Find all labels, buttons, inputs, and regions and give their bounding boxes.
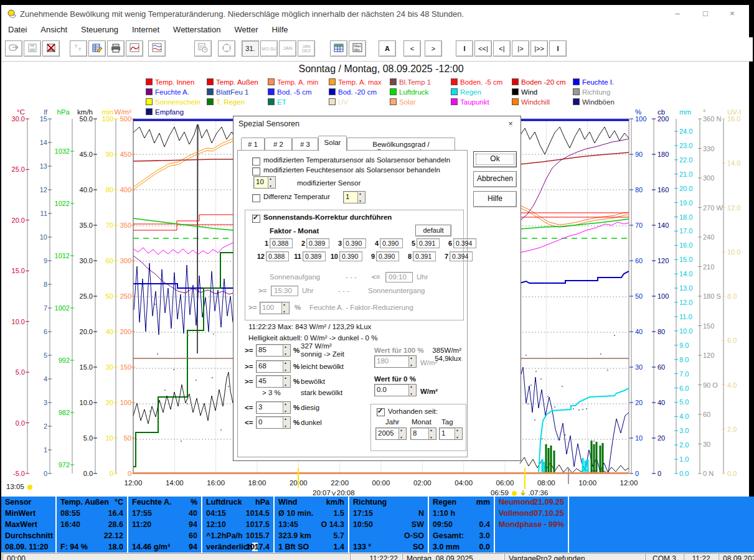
sensor-summary-table: SensorMinWertMaxWertDurchschnitt08.09. 1… — [1, 497, 754, 553]
faktor-month-11-input[interactable]: 0.389 — [303, 251, 326, 261]
toolbar-a-button[interactable]: A — [379, 40, 396, 57]
legend-taupunkt: Taupunkt — [451, 98, 489, 106]
faktor-month-6-input[interactable]: 0.394 — [453, 238, 476, 248]
legend-swatch — [512, 88, 519, 95]
toolbar-i-button[interactable]: I — [456, 40, 473, 57]
monat-stepper[interactable]: 8 — [410, 427, 436, 440]
faktor-month-9-input[interactable]: 0.390 — [376, 251, 399, 261]
tab-bewoelkung[interactable]: Bewölkungsgrad / Sonnenenergie — [347, 138, 455, 151]
print-icon[interactable] — [107, 40, 125, 57]
menu-datei[interactable]: Datei — [1, 22, 34, 34]
maxmin-icon[interactable]: MaxMin — [349, 40, 366, 57]
toolbar-jan-button[interactable]: JAN — [279, 40, 296, 57]
check-temp-as-solar[interactable] — [252, 157, 260, 166]
legend-temp-innen: Temp. Innen — [146, 78, 194, 86]
sunrise-time-input[interactable]: 09:10 — [385, 272, 413, 282]
ok-button[interactable]: Ok — [473, 151, 517, 167]
tab-3[interactable]: # 3 — [292, 138, 318, 151]
toolbar-jandez-button[interactable]: JAN DEZ — [298, 40, 315, 57]
svg-text:100: 100 — [120, 399, 131, 406]
wert0-unit: W/m² — [420, 388, 438, 395]
cal-clock-icon[interactable]: 31 — [194, 40, 212, 57]
check-sun-correction[interactable] — [252, 215, 260, 223]
cancel-button[interactable]: Abbrechen — [473, 171, 517, 187]
threshold-68-stepper[interactable]: 68 — [256, 360, 291, 373]
toolbar--button[interactable]: < — [403, 40, 421, 57]
maximize-button[interactable]: □ — [696, 9, 715, 19]
wert100-stepper[interactable]: 180 — [374, 355, 417, 368]
svg-text:06:00: 06:00 — [496, 479, 514, 487]
toolbar--button[interactable]: <<| — [474, 40, 492, 57]
menu-wetter[interactable]: Wetter — [227, 22, 265, 34]
toolbar--button[interactable]: |>> — [530, 40, 548, 57]
faktor-month-8-input[interactable]: 0.391 — [413, 251, 436, 261]
threshold-3-stepper[interactable]: 3 — [256, 401, 291, 414]
faktor-month-1-input[interactable]: 0.388 — [270, 238, 293, 248]
table-edit-icon[interactable] — [88, 40, 106, 57]
menu-ansicht[interactable]: Ansicht — [34, 22, 74, 34]
faktor-month-7-input[interactable]: 0.394 — [450, 251, 473, 261]
table-col-Wind: Windkm/hØ 10 min.1.513:45O 14.3323.9 km5… — [275, 497, 348, 553]
svg-text:1002: 1002 — [55, 304, 70, 312]
tab-2[interactable]: # 2 — [265, 138, 292, 151]
tt-icon[interactable]: TT — [70, 40, 87, 57]
tab-1[interactable]: # 1 — [241, 138, 265, 151]
chart-line-icon[interactable] — [126, 40, 143, 57]
tag-stepper[interactable]: 1 — [439, 427, 463, 440]
threshold-45-stepper[interactable]: 45 — [256, 375, 291, 388]
check-vorhanden[interactable] — [377, 408, 385, 416]
diff-temp-stepper[interactable]: 1 — [343, 191, 365, 203]
faktor-month-10-input[interactable]: 0.390 — [339, 251, 362, 261]
menu-hilfe[interactable]: Hilfe — [265, 22, 295, 34]
toolbar-31-button[interactable]: 31. — [242, 40, 259, 57]
threshold-desc: leicht bewölkt — [301, 363, 344, 370]
chart-multi-icon[interactable] — [148, 40, 166, 57]
faktor-month-3-input[interactable]: 0.390 — [343, 238, 366, 248]
compass-icon[interactable] — [218, 40, 235, 57]
threshold-85-stepper[interactable]: 85 — [256, 344, 291, 357]
faktor-month-4-input[interactable]: 0.390 — [380, 238, 403, 248]
tab-solar[interactable]: Solar — [318, 136, 347, 151]
menu-steuerung[interactable]: Steuerung — [74, 22, 125, 34]
legend-solar: Solar — [390, 98, 416, 106]
mod-sensor-stepper[interactable]: 10 — [253, 176, 276, 189]
sunset-time-input[interactable]: 15:30 — [271, 286, 298, 296]
faktor-month-12-input[interactable]: 0.388 — [266, 251, 289, 261]
check-feuchte-as-solar[interactable] — [252, 167, 260, 175]
save-icon[interactable] — [24, 40, 41, 57]
toolbar--button[interactable]: <| — [493, 40, 511, 57]
help-button[interactable]: Hilfe — [473, 191, 517, 207]
svg-text:20:00: 20:00 — [290, 479, 308, 487]
svg-text:5: 5 — [44, 352, 47, 359]
save-x-icon[interactable] — [42, 40, 60, 57]
table-icon[interactable] — [330, 40, 347, 57]
legend-richtung: Richtung — [573, 88, 610, 96]
table-col-mond: Neumond21.09.25Vollmond07.10.25Mondphase… — [495, 497, 568, 553]
threshold-0-stepper[interactable]: 0 — [256, 416, 291, 429]
feuchte-reduction-stepper[interactable]: 100 — [260, 302, 290, 314]
legend-swatch — [329, 98, 336, 105]
menu-internet[interactable]: Internet — [125, 22, 166, 34]
svg-text:18:00: 18:00 — [248, 479, 266, 487]
svg-text:Min: Min — [354, 48, 360, 52]
svg-text:30.0: 30.0 — [80, 257, 93, 264]
jahr-stepper[interactable]: 2005 — [375, 427, 407, 440]
exit-icon[interactable] — [5, 40, 22, 57]
faktor-month-5-input[interactable]: 0.391 — [417, 238, 440, 248]
svg-text:0.0: 0.0 — [83, 470, 93, 477]
check-diff-temp[interactable] — [252, 194, 260, 202]
svg-text:9: 9 — [44, 257, 47, 264]
toolbar--button[interactable]: |> — [512, 40, 529, 57]
default-button[interactable]: default — [415, 225, 451, 236]
wert0-stepper[interactable]: 0.0 — [374, 384, 417, 396]
close-button[interactable]: × — [723, 9, 742, 19]
dialog-close-icon[interactable]: × — [506, 119, 516, 129]
toolbar-i-button[interactable]: I — [549, 40, 567, 57]
toolbar-mosu-button[interactable]: MO-SU — [260, 40, 278, 57]
toolbar--button[interactable]: > — [425, 40, 442, 57]
svg-text:14.0: 14.0 — [727, 159, 740, 167]
svg-text:%: % — [635, 108, 641, 116]
faktor-month-2-input[interactable]: 0.389 — [306, 238, 329, 248]
minimize-button[interactable]: – — [668, 9, 687, 19]
menu-wetterstation[interactable]: Wetterstation — [166, 22, 227, 34]
